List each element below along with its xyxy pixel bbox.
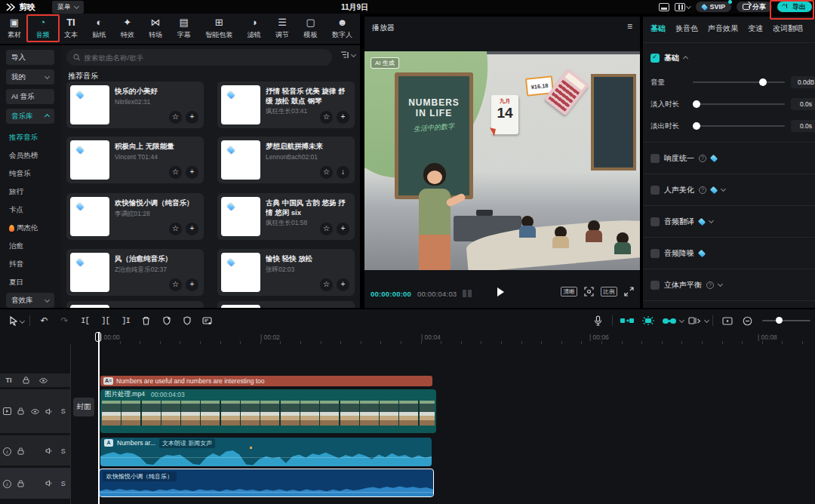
fade-in-slider[interactable]	[693, 103, 785, 105]
category-travel[interactable]: 旅行	[0, 183, 62, 201]
time-ruler[interactable]: 00:00 00:02 00:04 00:06 00:08	[0, 332, 815, 344]
music-card[interactable]: 愉快 轻快 放松 张晖02:03 ☆+	[217, 249, 355, 296]
volume-value[interactable]: 0.0dB	[791, 76, 815, 88]
music-card[interactable]: 抒情 轻音乐 优美 旋律 舒缓 放松 鼓点 钢琴 疯狂生长03:41 ☆+	[217, 81, 355, 128]
favorite-button[interactable]: ☆	[169, 111, 182, 124]
tab-audio[interactable]: ◔音频	[35, 17, 49, 40]
tab-lyrics-remake[interactable]: 改词翻唱	[773, 23, 803, 34]
split-right-button[interactable]: ]I	[115, 309, 136, 332]
lock-icon[interactable]	[14, 407, 29, 415]
tab-captions[interactable]: ▤字幕	[177, 17, 191, 40]
record-voiceover-button[interactable]	[588, 309, 608, 332]
text-clip[interactable]: A≡ Numbers are useful and numbers are in…	[100, 376, 432, 386]
slider-thumb[interactable]	[776, 317, 783, 324]
chevron-down-icon[interactable]	[20, 318, 25, 323]
info-icon[interactable]	[699, 186, 706, 194]
preview-axis-button[interactable]	[687, 315, 702, 327]
music-card[interactable]: 梦想启航拼搏未来 LennonBach02:01 ☆↓	[217, 137, 355, 183]
add-button[interactable]: +	[186, 278, 198, 291]
audio-translate-checkbox[interactable]	[650, 217, 660, 226]
lock-icon[interactable]	[14, 480, 29, 487]
split-button[interactable]: I[	[75, 309, 95, 332]
share-button[interactable]: 分享	[737, 2, 772, 12]
search-bar[interactable]	[66, 49, 332, 66]
mute-icon[interactable]	[42, 480, 57, 487]
category-summer[interactable]: 夏日	[0, 273, 62, 291]
music-clip-selected[interactable]: 欢快愉悦小调（纯音乐）	[99, 469, 434, 497]
favorite-button[interactable]: ☆	[320, 278, 333, 291]
fade-in-value[interactable]: 0.0s	[791, 98, 815, 110]
add-button[interactable]: +	[337, 111, 349, 124]
video-preview[interactable]: NUMBERS IN LIFE 生活中的数字 九月 14 ¥16.18 AI 生…	[364, 51, 640, 270]
hide-icon[interactable]	[28, 409, 42, 414]
chevron-down-icon[interactable]	[718, 281, 723, 287]
redo-button[interactable]: ↷	[54, 309, 75, 332]
tab-sticker[interactable]: ◐贴纸	[92, 17, 106, 40]
category-recommended[interactable]: 推荐音乐	[0, 128, 62, 146]
chevron-down-icon[interactable]	[709, 218, 714, 223]
tab-basic[interactable]: 基础	[650, 23, 666, 34]
layout-switch-button[interactable]	[675, 3, 690, 11]
tab-speed[interactable]: 变速	[748, 23, 763, 34]
category-pure-music[interactable]: 纯音乐	[0, 164, 62, 183]
split-left-button[interactable]: ][	[95, 309, 115, 332]
tab-effects[interactable]: ✦特效	[121, 17, 134, 40]
sidenav-ai-music[interactable]: AI 音乐	[6, 89, 54, 104]
menu-button[interactable]: 菜单	[52, 1, 84, 14]
category-beat[interactable]: 卡点	[0, 201, 62, 219]
delete-button[interactable]	[136, 309, 156, 332]
preview-focus-icon[interactable]	[584, 287, 594, 297]
category-healing[interactable]: 治愈	[0, 237, 62, 255]
tab-voice-change[interactable]: 换音色	[675, 23, 698, 34]
solo-icon[interactable]: S	[56, 480, 70, 487]
music-card[interactable]: 积极向上 无限能量 Vincent T01:44 ☆+	[66, 137, 204, 183]
voice-beautify-checkbox[interactable]	[650, 186, 660, 195]
solo-icon[interactable]: S	[56, 447, 70, 455]
video-clip[interactable]: 图片处理.mp4 00:00:04:03	[100, 389, 436, 433]
category-jay-chou[interactable]: 周杰伦	[0, 219, 62, 237]
sidenav-import[interactable]: 导入	[6, 50, 54, 65]
sidenav-sfx-library[interactable]: 音效库	[6, 293, 54, 308]
filter-button[interactable]	[341, 51, 355, 59]
auto-trim-toggle[interactable]	[641, 315, 656, 327]
chevron-down-icon[interactable]	[704, 317, 709, 322]
chevron-down-icon[interactable]	[679, 317, 684, 322]
loudness-checkbox[interactable]	[650, 154, 660, 163]
mute-icon[interactable]	[42, 408, 57, 415]
lock-icon[interactable]	[17, 376, 35, 384]
linked-toggle[interactable]	[662, 315, 677, 327]
tab-adjust[interactable]: ☰调节	[275, 17, 289, 40]
voiceover-clip[interactable]: A Numbers ar... 文本朗读 新闻女声	[100, 438, 432, 466]
tab-filters[interactable]: ◑滤镜	[248, 17, 261, 40]
fade-out-value[interactable]: 0.0s	[791, 120, 815, 132]
add-button[interactable]: +	[337, 278, 349, 291]
play-button[interactable]	[497, 287, 504, 297]
slider-thumb[interactable]	[693, 122, 700, 130]
music-card[interactable]: 风（治愈纯音乐） Z治愈纯音乐02:37 ☆+	[66, 249, 204, 296]
tab-text[interactable]: TI文本	[64, 17, 78, 40]
playhead[interactable]	[98, 332, 100, 504]
info-icon[interactable]	[699, 155, 706, 162]
player-menu-icon[interactable]: ≡	[627, 21, 632, 32]
frames-icon[interactable]	[463, 290, 473, 297]
solo-icon[interactable]: S	[56, 407, 70, 415]
fade-out-slider[interactable]	[693, 125, 785, 127]
favorite-button[interactable]: ☆	[169, 223, 182, 235]
hide-icon[interactable]	[35, 378, 52, 383]
basic-checkbox[interactable]	[650, 54, 660, 63]
music-card[interactable]	[66, 301, 204, 308]
quality-button[interactable]: 清晰	[561, 287, 577, 297]
sidenav-music-library[interactable]: 音乐库	[6, 109, 54, 124]
favorite-button[interactable]: ☆	[320, 166, 333, 179]
category-vip-hot[interactable]: 会员热榜	[0, 146, 62, 164]
tab-templates[interactable]: ▢模板	[304, 17, 318, 40]
undo-button[interactable]: ↶	[34, 309, 54, 332]
cover-button[interactable]: 封面	[73, 398, 94, 416]
chevron-down-icon[interactable]	[721, 186, 726, 192]
favorite-button[interactable]: ☆	[169, 278, 182, 291]
mute-icon[interactable]	[42, 447, 57, 454]
zoom-out-button[interactable]	[737, 309, 758, 332]
favorite-button[interactable]: ☆	[320, 223, 333, 235]
volume-slider[interactable]	[693, 81, 785, 83]
info-icon[interactable]	[706, 281, 714, 289]
